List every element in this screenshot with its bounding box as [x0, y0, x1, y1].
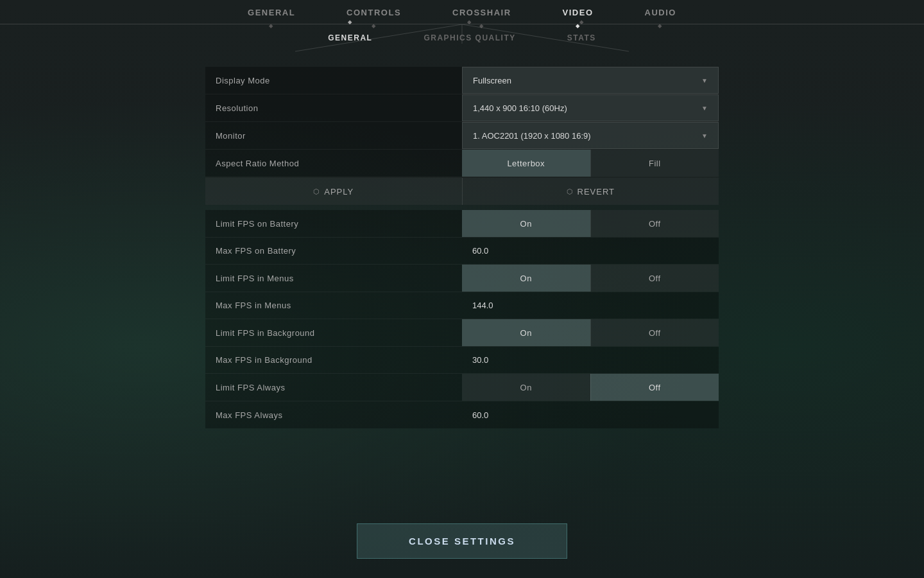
aspect-ratio-control: Letterbox Fill: [462, 150, 719, 177]
subnav-stats[interactable]: STATS: [542, 33, 622, 49]
limit-fps-menus-off[interactable]: Off: [590, 265, 719, 292]
limit-fps-background-row: Limit FPS in Background On Off: [205, 319, 719, 347]
limit-fps-menus-on[interactable]: On: [462, 265, 590, 292]
display-mode-value: Fullscreen: [473, 76, 511, 85]
max-fps-always-label: Max FPS Always: [205, 404, 462, 426]
max-fps-background-row: Max FPS in Background 30.0: [205, 347, 719, 374]
nav-audio[interactable]: AUDIO: [645, 8, 676, 24]
apply-icon: ⬡: [313, 188, 320, 196]
max-fps-menus-label: Max FPS in Menus: [205, 294, 462, 317]
fps-section: Limit FPS on Battery On Off Max FPS on B…: [205, 210, 719, 428]
resolution-arrow: ▼: [701, 105, 708, 112]
limit-fps-background-control: On Off: [462, 319, 719, 346]
max-fps-menus-row: Max FPS in Menus 144.0: [205, 292, 719, 319]
monitor-row: Monitor 1. AOC2201 (1920 x 1080 16:9) ▼: [205, 122, 719, 150]
limit-fps-battery-row: Limit FPS on Battery On Off: [205, 210, 719, 238]
monitor-control: 1. AOC2201 (1920 x 1080 16:9) ▼: [462, 122, 719, 149]
aspect-ratio-fill[interactable]: Fill: [590, 150, 719, 177]
resolution-control: 1,440 x 900 16:10 (60Hz) ▼: [462, 94, 719, 121]
limit-fps-menus-control: On Off: [462, 265, 719, 292]
resolution-row: Resolution 1,440 x 900 16:10 (60Hz) ▼: [205, 94, 719, 122]
max-fps-battery-value: 60.0: [462, 240, 719, 262]
aspect-ratio-letterbox[interactable]: Letterbox: [462, 150, 590, 177]
max-fps-background-control: 30.0: [462, 349, 719, 371]
max-fps-battery-label: Max FPS on Battery: [205, 240, 462, 262]
limit-fps-always-on[interactable]: On: [462, 374, 590, 401]
monitor-label: Monitor: [205, 125, 462, 147]
max-fps-always-control: 60.0: [462, 404, 719, 426]
apply-revert-row: ⬡ APPLY ⬡ REVERT: [205, 177, 719, 205]
limit-fps-always-label: Limit FPS Always: [205, 376, 462, 399]
max-fps-menus-value: 144.0: [462, 294, 719, 317]
max-fps-always-value: 60.0: [462, 404, 719, 426]
limit-fps-background-label: Limit FPS in Background: [205, 322, 462, 344]
max-fps-battery-row: Max FPS on Battery 60.0: [205, 238, 719, 265]
nav-crosshair[interactable]: CROSSHAIR: [452, 8, 511, 24]
limit-fps-battery-toggle: On Off: [462, 210, 719, 237]
aspect-ratio-row: Aspect Ratio Method Letterbox Fill: [205, 150, 719, 177]
max-fps-background-value: 30.0: [462, 349, 719, 371]
aspect-ratio-label: Aspect Ratio Method: [205, 152, 462, 175]
display-mode-arrow: ▼: [701, 77, 708, 84]
apply-label: APPLY: [324, 187, 354, 197]
limit-fps-always-toggle: On Off: [462, 374, 719, 401]
monitor-dropdown[interactable]: 1. AOC2201 (1920 x 1080 16:9) ▼: [462, 122, 719, 149]
subnav-graphics-quality[interactable]: GRAPHICS QUALITY: [398, 33, 541, 49]
revert-label: REVERT: [578, 187, 615, 197]
display-mode-row: Display Mode Fullscreen ▼: [205, 67, 719, 94]
top-nav: GENERAL CONTROLS CROSSHAIR VIDEO AUDIO: [0, 0, 924, 24]
revert-button[interactable]: ⬡ REVERT: [462, 178, 719, 205]
display-mode-label: Display Mode: [205, 69, 462, 92]
limit-fps-menus-label: Limit FPS in Menus: [205, 267, 462, 290]
display-mode-dropdown[interactable]: Fullscreen ▼: [462, 67, 719, 94]
sub-nav: GENERAL GRAPHICS QUALITY STATS: [205, 24, 719, 49]
limit-fps-menus-toggle: On Off: [462, 265, 719, 292]
display-section: Display Mode Fullscreen ▼ Resolution 1,4…: [205, 67, 719, 205]
nav-general[interactable]: GENERAL: [248, 8, 295, 24]
monitor-value: 1. AOC2201 (1920 x 1080 16:9): [473, 131, 591, 141]
resolution-value: 1,440 x 900 16:10 (60Hz): [473, 103, 567, 113]
nav-controls[interactable]: CONTROLS: [346, 8, 401, 24]
max-fps-menus-control: 144.0: [462, 294, 719, 317]
limit-fps-menus-row: Limit FPS in Menus On Off: [205, 265, 719, 292]
limit-fps-background-toggle: On Off: [462, 319, 719, 346]
resolution-dropdown[interactable]: 1,440 x 900 16:10 (60Hz) ▼: [462, 94, 719, 121]
limit-fps-battery-control: On Off: [462, 210, 719, 237]
aspect-ratio-toggle: Letterbox Fill: [462, 150, 719, 177]
nav-video[interactable]: VIDEO: [563, 8, 594, 24]
limit-fps-battery-on[interactable]: On: [462, 210, 590, 237]
revert-icon: ⬡: [567, 188, 574, 196]
max-fps-battery-control: 60.0: [462, 240, 719, 262]
limit-fps-background-on[interactable]: On: [462, 319, 590, 346]
max-fps-always-row: Max FPS Always 60.0: [205, 401, 719, 428]
settings-area: Display Mode Fullscreen ▼ Resolution 1,4…: [205, 67, 719, 434]
max-fps-background-label: Max FPS in Background: [205, 349, 462, 371]
close-settings-button[interactable]: CLOSE SETTINGS: [357, 523, 567, 559]
close-btn-wrap: CLOSE SETTINGS: [357, 523, 567, 578]
limit-fps-always-row: Limit FPS Always On Off: [205, 374, 719, 401]
display-mode-control: Fullscreen ▼: [462, 67, 719, 94]
limit-fps-always-control: On Off: [462, 374, 719, 401]
limit-fps-background-off[interactable]: Off: [590, 319, 719, 346]
monitor-arrow: ▼: [701, 132, 708, 139]
limit-fps-battery-label: Limit FPS on Battery: [205, 213, 462, 235]
resolution-label: Resolution: [205, 97, 462, 119]
limit-fps-always-off[interactable]: Off: [590, 374, 719, 401]
subnav-general[interactable]: GENERAL: [302, 33, 398, 49]
limit-fps-battery-off[interactable]: Off: [590, 210, 719, 237]
apply-button[interactable]: ⬡ APPLY: [205, 178, 462, 205]
